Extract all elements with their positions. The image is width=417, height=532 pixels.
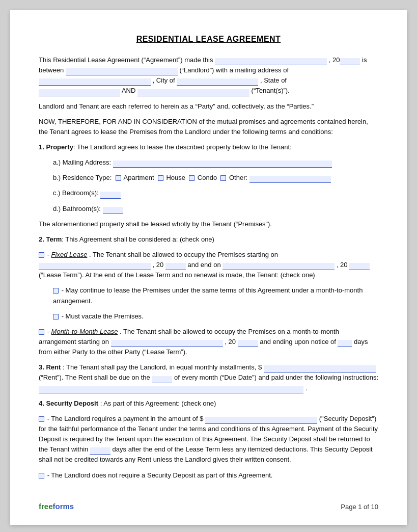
- month-text3: and ending upon notice of: [260, 338, 336, 345]
- document-page: RESIDENTIAL LEASE AGREEMENT This Residen…: [10, 10, 407, 525]
- bathrooms-field[interactable]: [103, 207, 123, 214]
- section4-label: 4. Security Deposit: [39, 400, 98, 407]
- section1-label: 1. Property: [39, 143, 73, 151]
- notice-days-field[interactable]: [338, 340, 352, 347]
- rent-amount-field[interactable]: [264, 365, 376, 373]
- month-lease-checkbox[interactable]: [39, 329, 44, 335]
- vacate-text: - Must vacate the Premises.: [62, 312, 144, 320]
- tenant-name-field[interactable]: [137, 89, 249, 96]
- section2-label: 2. Term: [39, 235, 62, 243]
- deposit-amount-field[interactable]: [205, 417, 317, 424]
- footer: freeforms Page 1 of 10: [39, 502, 378, 511]
- fixed-dash: -: [47, 251, 51, 258]
- section4-opt2-text: - The Landlord does not require a Securi…: [47, 471, 273, 479]
- intro-text-1b: , 20: [329, 56, 340, 64]
- payment-instructions-field[interactable]: [39, 386, 303, 393]
- section2-text: : This Agreement shall be considered a: …: [62, 235, 214, 243]
- section3-text1: : The Tenant shall pay the Landlord, in …: [63, 363, 262, 371]
- return-days-field[interactable]: [90, 447, 110, 455]
- month-year-field[interactable]: [238, 340, 258, 347]
- month-text2: , 20: [225, 338, 236, 345]
- landlord-name-field[interactable]: [66, 68, 178, 75]
- logo-free: free: [39, 502, 53, 511]
- condo-label: Condo: [198, 174, 217, 181]
- vacate-checkbox[interactable]: [53, 314, 59, 320]
- other-field[interactable]: [249, 176, 331, 183]
- fixed-text1: . The Tenant shall be allowed to occupy …: [89, 251, 278, 258]
- fixed-lease-checkbox[interactable]: [39, 252, 44, 258]
- house-checkbox[interactable]: [158, 175, 163, 181]
- year-field[interactable]: [340, 58, 360, 65]
- other-label: Other:: [229, 174, 247, 181]
- now-therefore-text: NOW, THEREFORE, FOR AND IN CONSIDERATION…: [39, 117, 378, 137]
- date-field[interactable]: [215, 58, 327, 65]
- section4-text: : As part of this Agreement: (check one): [100, 400, 216, 407]
- page-number: Page 1 of 10: [341, 503, 378, 511]
- condo-checkbox[interactable]: [189, 175, 194, 181]
- start-date-field[interactable]: [39, 263, 151, 270]
- fixed-text5: (“Lease Term”). At the end of the Lease …: [39, 271, 315, 279]
- apartment-checkbox[interactable]: [116, 175, 121, 181]
- section2: 2. Term: This Agreement shall be conside…: [39, 234, 378, 357]
- intro-text-3a: , City of: [153, 76, 175, 84]
- premises-text: The aforementioned property shall be lea…: [39, 219, 378, 229]
- other-checkbox[interactable]: [220, 175, 226, 181]
- section3-text2: (“Rent”). The Rent shall be due on the: [39, 374, 150, 381]
- no-deposit-checkbox[interactable]: [39, 473, 44, 478]
- section1-c-label: c.) Bedroom(s):: [53, 189, 99, 197]
- section4: 4. Security Deposit : As part of this Ag…: [39, 398, 378, 481]
- mailing-address-field[interactable]: [39, 78, 151, 86]
- section3-text4: .: [305, 384, 308, 392]
- fixed-text4: , 20: [337, 261, 348, 269]
- due-date-field[interactable]: [152, 376, 172, 383]
- logo-forms: forms: [53, 502, 74, 511]
- section1: 1. Property: The Landlord agrees to leas…: [39, 142, 378, 229]
- section3: 3. Rent : The Tenant shall pay the Landl…: [39, 362, 378, 393]
- month-dash: -: [47, 328, 51, 335]
- fixed-lease-label: Fixed Lease: [51, 251, 88, 258]
- continue-lease-text: - May continue to lease the Premises und…: [53, 286, 363, 304]
- month-start-field[interactable]: [111, 340, 223, 347]
- fixed-text2: , 20: [153, 261, 164, 269]
- end-year-field[interactable]: [349, 263, 370, 270]
- intro-section: This Residential Lease Agreement (“Agree…: [39, 55, 378, 96]
- intro-text-4a: AND: [122, 87, 135, 94]
- city-field[interactable]: [177, 78, 258, 86]
- section3-label: 3. Rent: [39, 363, 61, 371]
- intro-text-3b: , State of: [260, 76, 287, 84]
- property-address-field[interactable]: [113, 161, 332, 168]
- state-field[interactable]: [39, 89, 120, 96]
- section1-b-label: b.) Residence Type:: [53, 174, 112, 181]
- section1-items: a.) Mailing Address: b.) Residence Type:…: [53, 157, 378, 214]
- section1-text: : The Landlord agrees to lease the descr…: [73, 143, 292, 151]
- intro-text-1a: This Residential Lease Agreement (“Agree…: [39, 56, 213, 64]
- parties-text: Landlord and Tenant are each referred to…: [39, 101, 378, 112]
- section1-a-label: a.) Mailing Address:: [53, 158, 111, 166]
- fixed-text3: and end on: [188, 261, 221, 269]
- month-lease-label: Month-to-Month Lease: [51, 328, 118, 335]
- intro-text-2b: (“Landlord”) with a mailing address of: [179, 66, 289, 74]
- start-year-field[interactable]: [165, 263, 186, 270]
- deposit-required-checkbox[interactable]: [39, 416, 44, 422]
- section4-opt1-text1: - The Landlord requires a payment in the…: [47, 415, 204, 422]
- section1-d-label: d.) Bathroom(s):: [53, 205, 101, 212]
- document-title: RESIDENTIAL LEASE AGREEMENT: [39, 35, 378, 44]
- intro-text-4b: (“Tenant(s)”).: [252, 87, 290, 94]
- continue-lease-checkbox[interactable]: [53, 288, 59, 294]
- bedrooms-field[interactable]: [100, 192, 121, 199]
- house-label: House: [166, 174, 185, 181]
- intro-text-1c: is: [362, 56, 367, 64]
- section3-text3: of every month (“Due Date”) and paid und…: [174, 374, 378, 381]
- end-date-field[interactable]: [223, 263, 335, 270]
- fixed-options: - May continue to lease the Premises und…: [53, 285, 378, 321]
- intro-text-2a: between: [39, 66, 64, 74]
- apartment-label: Apartment: [124, 174, 154, 181]
- freeforms-logo: freeforms: [39, 502, 74, 511]
